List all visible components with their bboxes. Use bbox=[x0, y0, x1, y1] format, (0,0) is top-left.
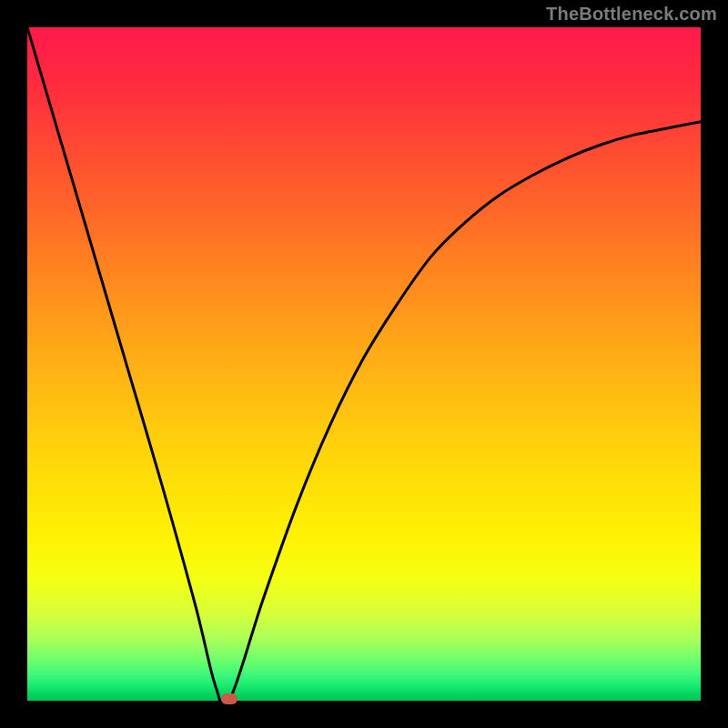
min-marker bbox=[221, 693, 238, 704]
curve-path bbox=[27, 27, 701, 701]
plot-area bbox=[27, 27, 701, 701]
watermark-text: TheBottleneck.com bbox=[546, 4, 717, 25]
chart-frame: TheBottleneck.com bbox=[0, 0, 728, 728]
curve-svg bbox=[27, 27, 701, 701]
